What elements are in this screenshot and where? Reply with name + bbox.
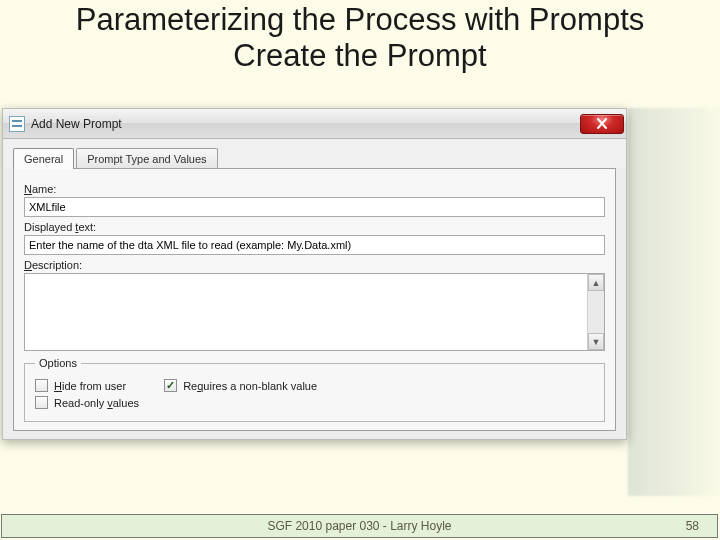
options-group: Options Hide from user Requires a non-bl…	[24, 357, 605, 422]
scroll-down-icon[interactable]: ▼	[588, 333, 604, 350]
description-input[interactable]	[25, 274, 586, 350]
scroll-up-icon[interactable]: ▲	[588, 274, 604, 291]
displayed-text-label: Displayed text:	[24, 221, 605, 233]
slide-title: Parameterizing the Process with Prompts …	[0, 0, 720, 79]
description-scrollbar[interactable]: ▲ ▼	[587, 274, 604, 350]
close-icon	[596, 118, 608, 129]
slide-title-line2: Create the Prompt	[233, 38, 486, 73]
prompt-list-icon	[9, 116, 25, 132]
close-button[interactable]	[580, 114, 624, 134]
tab-prompt-type-and-values[interactable]: Prompt Type and Values	[76, 148, 217, 169]
dialog-title: Add New Prompt	[31, 117, 122, 131]
background-blur	[628, 108, 720, 496]
tab-strip: General Prompt Type and Values	[3, 139, 626, 168]
requires-nonblank-label: Requires a non-blank value	[183, 380, 317, 392]
dialog-titlebar[interactable]: Add New Prompt	[3, 109, 626, 139]
checkbox-icon	[35, 379, 48, 392]
footer-page-number: 58	[686, 519, 717, 533]
checkbox-icon	[35, 396, 48, 409]
slide-title-line1: Parameterizing the Process with Prompts	[76, 2, 645, 37]
options-legend: Options	[35, 357, 81, 369]
hide-from-user-checkbox[interactable]: Hide from user	[35, 379, 126, 392]
hide-from-user-label: Hide from user	[54, 380, 126, 392]
checkbox-checked-icon	[164, 379, 177, 392]
requires-nonblank-checkbox[interactable]: Requires a non-blank value	[164, 379, 317, 392]
tab-general[interactable]: General	[13, 148, 74, 169]
read-only-values-checkbox[interactable]: Read-only values	[35, 396, 139, 409]
tab-page-general: Name: Displayed text: Description: ▲ ▼ O…	[13, 168, 616, 431]
description-label: Description:	[24, 259, 605, 271]
slide-footer: SGF 2010 paper 030 - Larry Hoyle 58	[1, 514, 718, 538]
name-label: Name:	[24, 183, 605, 195]
name-input[interactable]	[24, 197, 605, 217]
add-new-prompt-dialog: Add New Prompt General Prompt Type and V…	[2, 108, 627, 440]
description-textarea-wrap: ▲ ▼	[24, 273, 605, 351]
footer-center-text: SGF 2010 paper 030 - Larry Hoyle	[2, 519, 717, 533]
read-only-values-label: Read-only values	[54, 397, 139, 409]
displayed-text-input[interactable]	[24, 235, 605, 255]
